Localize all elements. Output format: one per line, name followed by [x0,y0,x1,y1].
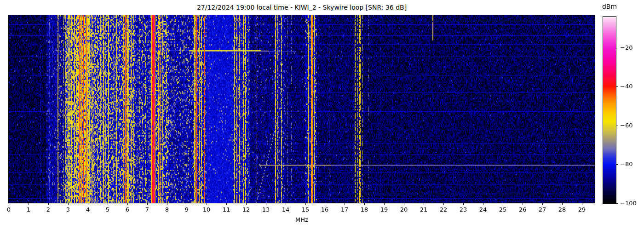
x-tick [483,203,483,205]
x-tick [523,203,523,205]
colorbar-tick-label: −20 [620,45,632,51]
x-tick-label: 26 [519,207,527,213]
x-tick-label: 9 [185,207,189,213]
x-tick-label: 13 [262,207,270,213]
x-tick [68,203,69,205]
x-tick [305,203,306,205]
x-tick [503,203,503,205]
x-tick [48,203,49,205]
x-tick [542,203,543,205]
x-tick [345,203,345,205]
x-tick [246,203,247,205]
colorbar [603,16,616,204]
chart-title: 27/12/2024 19:00 local time - KIWI_2 - S… [9,3,595,12]
x-tick-label: 22 [440,207,448,213]
colorbar-tick [616,126,618,126]
x-tick-label: 17 [341,207,349,213]
colorbar-tick-label: −100 [620,200,637,207]
x-tick-label: 7 [145,207,149,213]
x-tick [29,203,29,205]
x-tick-label: 5 [106,207,109,213]
spectrogram-canvas [9,15,595,203]
x-tick-label: 24 [479,207,487,213]
x-tick [443,203,444,205]
x-tick [463,203,464,205]
x-tick-label: 28 [558,207,566,213]
x-tick [88,203,88,205]
x-tick [325,203,325,205]
x-tick [147,203,148,205]
x-tick-label: 20 [400,207,408,213]
x-tick-label: 27 [539,207,546,213]
colorbar-tick [616,86,618,87]
colorbar-tick-label: −40 [620,83,632,90]
x-tick-label: 18 [361,207,368,213]
colorbar-tick [616,48,618,48]
x-tick-label: 12 [242,207,250,213]
x-axis-label: MHz [9,216,595,223]
x-tick [384,203,385,205]
x-tick [286,203,286,205]
x-tick-label: 10 [203,207,211,213]
colorbar-tick-label: −60 [620,122,632,129]
x-tick-label: 2 [46,207,50,213]
x-tick [207,203,207,205]
x-tick-label: 29 [578,207,586,213]
x-tick-label: 4 [86,207,90,213]
colorbar-tick [616,203,618,204]
x-tick [404,203,404,205]
colorbar-label: dBm [598,3,621,10]
x-tick-label: 16 [321,207,329,213]
x-tick [266,203,266,205]
x-tick [127,203,128,205]
colorbar-tick [616,164,618,165]
x-tick-label: 23 [460,207,467,213]
x-tick-label: 19 [380,207,388,213]
figure: 27/12/2024 19:00 local time - KIWI_2 - S… [0,0,644,230]
colorbar-gradient [603,17,616,203]
x-tick-label: 21 [420,207,428,213]
x-tick [424,203,424,205]
x-tick-label: 25 [499,207,507,213]
x-tick-label: 11 [223,207,230,213]
x-tick-label: 14 [282,207,290,213]
x-tick-label: 0 [7,207,11,213]
x-tick [226,203,227,205]
x-tick [9,203,9,205]
x-tick [582,203,582,205]
colorbar-tick-label: −80 [620,161,632,167]
x-tick-label: 8 [165,207,169,213]
x-tick [108,203,108,205]
x-tick [167,203,167,205]
x-tick [187,203,187,205]
x-tick-label: 1 [27,207,30,213]
x-tick-label: 3 [66,207,70,213]
x-tick-label: 6 [126,207,129,213]
x-tick [364,203,365,205]
x-tick-label: 15 [302,207,310,213]
x-tick [562,203,563,205]
